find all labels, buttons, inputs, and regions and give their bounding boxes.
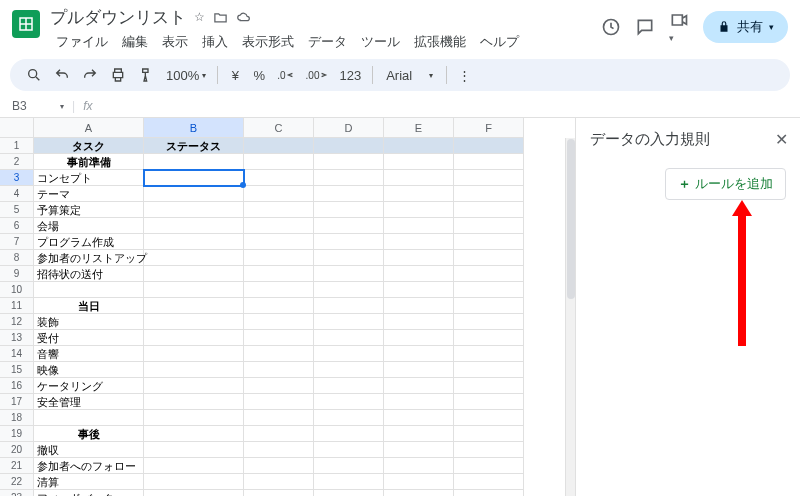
- name-box[interactable]: B3: [12, 99, 52, 113]
- row-header-13[interactable]: 13: [0, 330, 34, 346]
- cell-A15[interactable]: 映像: [34, 362, 144, 378]
- cell-D22[interactable]: [314, 474, 384, 490]
- cell-E21[interactable]: [384, 458, 454, 474]
- cell-B4[interactable]: [144, 186, 244, 202]
- cell-A1[interactable]: タスク: [34, 138, 144, 154]
- cell-F14[interactable]: [454, 346, 524, 362]
- paint-format-icon[interactable]: [134, 63, 158, 87]
- cell-B7[interactable]: [144, 234, 244, 250]
- cell-B12[interactable]: [144, 314, 244, 330]
- cell-A13[interactable]: 受付: [34, 330, 144, 346]
- cell-F22[interactable]: [454, 474, 524, 490]
- cell-C5[interactable]: [244, 202, 314, 218]
- cell-C23[interactable]: [244, 490, 314, 496]
- cell-A9[interactable]: 招待状の送付: [34, 266, 144, 282]
- cell-F10[interactable]: [454, 282, 524, 298]
- cell-E9[interactable]: [384, 266, 454, 282]
- cell-F3[interactable]: [454, 170, 524, 186]
- cell-B1[interactable]: ステータス: [144, 138, 244, 154]
- cell-A17[interactable]: 安全管理: [34, 394, 144, 410]
- cell-B9[interactable]: [144, 266, 244, 282]
- cell-A7[interactable]: プログラム作成: [34, 234, 144, 250]
- cell-F15[interactable]: [454, 362, 524, 378]
- row-header-3[interactable]: 3: [0, 170, 34, 186]
- cell-E17[interactable]: [384, 394, 454, 410]
- cell-F21[interactable]: [454, 458, 524, 474]
- menu-編集[interactable]: 編集: [116, 31, 154, 53]
- row-header-8[interactable]: 8: [0, 250, 34, 266]
- cell-A22[interactable]: 清算: [34, 474, 144, 490]
- cell-D21[interactable]: [314, 458, 384, 474]
- cell-E5[interactable]: [384, 202, 454, 218]
- cell-A3[interactable]: コンセプト: [34, 170, 144, 186]
- cell-A21[interactable]: 参加者へのフォロー: [34, 458, 144, 474]
- cell-B2[interactable]: [144, 154, 244, 170]
- cell-B23[interactable]: [144, 490, 244, 496]
- menu-ファイル[interactable]: ファイル: [50, 31, 114, 53]
- meet-icon[interactable]: ▾: [669, 10, 689, 44]
- cell-F4[interactable]: [454, 186, 524, 202]
- cell-D16[interactable]: [314, 378, 384, 394]
- more-icon[interactable]: ⋮: [454, 64, 475, 87]
- cell-A8[interactable]: 参加者のリストアップ: [34, 250, 144, 266]
- cell-F1[interactable]: [454, 138, 524, 154]
- cell-D1[interactable]: [314, 138, 384, 154]
- menu-データ[interactable]: データ: [302, 31, 353, 53]
- cell-C12[interactable]: [244, 314, 314, 330]
- cell-A20[interactable]: 撤収: [34, 442, 144, 458]
- cell-B3[interactable]: [144, 170, 244, 186]
- cell-B22[interactable]: [144, 474, 244, 490]
- cell-A6[interactable]: 会場: [34, 218, 144, 234]
- vertical-scrollbar[interactable]: [565, 138, 575, 496]
- cell-E15[interactable]: [384, 362, 454, 378]
- row-header-5[interactable]: 5: [0, 202, 34, 218]
- row-header-17[interactable]: 17: [0, 394, 34, 410]
- cell-F2[interactable]: [454, 154, 524, 170]
- cell-F7[interactable]: [454, 234, 524, 250]
- cell-C19[interactable]: [244, 426, 314, 442]
- row-header-4[interactable]: 4: [0, 186, 34, 202]
- cell-C3[interactable]: [244, 170, 314, 186]
- add-rule-button[interactable]: ＋ ルールを追加: [665, 168, 786, 200]
- cell-E10[interactable]: [384, 282, 454, 298]
- cell-B11[interactable]: [144, 298, 244, 314]
- cell-A14[interactable]: 音響: [34, 346, 144, 362]
- cell-E22[interactable]: [384, 474, 454, 490]
- cell-E18[interactable]: [384, 410, 454, 426]
- cell-E12[interactable]: [384, 314, 454, 330]
- cell-C15[interactable]: [244, 362, 314, 378]
- cell-A16[interactable]: ケータリング: [34, 378, 144, 394]
- cell-C4[interactable]: [244, 186, 314, 202]
- cell-A5[interactable]: 予算策定: [34, 202, 144, 218]
- cell-E6[interactable]: [384, 218, 454, 234]
- cell-C21[interactable]: [244, 458, 314, 474]
- cell-D3[interactable]: [314, 170, 384, 186]
- cell-A4[interactable]: テーマ: [34, 186, 144, 202]
- cell-B17[interactable]: [144, 394, 244, 410]
- search-icon[interactable]: [22, 63, 46, 87]
- cell-D2[interactable]: [314, 154, 384, 170]
- cell-E2[interactable]: [384, 154, 454, 170]
- row-header-20[interactable]: 20: [0, 442, 34, 458]
- cell-F23[interactable]: [454, 490, 524, 496]
- move-folder-icon[interactable]: [213, 10, 228, 25]
- col-header-D[interactable]: D: [314, 118, 384, 138]
- cell-E8[interactable]: [384, 250, 454, 266]
- cell-D8[interactable]: [314, 250, 384, 266]
- cell-B13[interactable]: [144, 330, 244, 346]
- redo-icon[interactable]: [78, 63, 102, 87]
- cell-C10[interactable]: [244, 282, 314, 298]
- cell-C11[interactable]: [244, 298, 314, 314]
- cell-D14[interactable]: [314, 346, 384, 362]
- close-icon[interactable]: ✕: [775, 130, 788, 149]
- cell-E23[interactable]: [384, 490, 454, 496]
- cell-C8[interactable]: [244, 250, 314, 266]
- spreadsheet-grid[interactable]: ABCDEF 123456789101112131415161718192021…: [0, 118, 575, 496]
- cell-D18[interactable]: [314, 410, 384, 426]
- cell-C7[interactable]: [244, 234, 314, 250]
- cell-F17[interactable]: [454, 394, 524, 410]
- cell-A18[interactable]: [34, 410, 144, 426]
- cell-E4[interactable]: [384, 186, 454, 202]
- cell-C2[interactable]: [244, 154, 314, 170]
- currency-button[interactable]: ¥: [225, 64, 245, 87]
